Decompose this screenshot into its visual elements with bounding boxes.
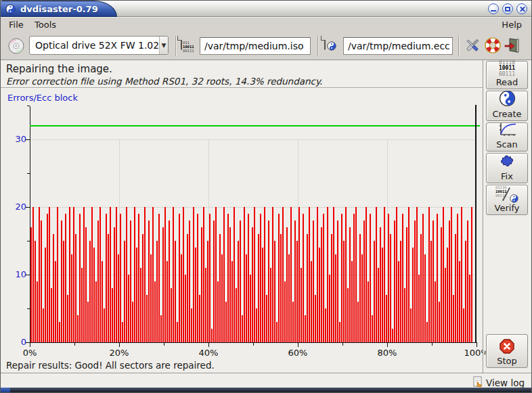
- error-bar: [136, 248, 137, 342]
- y-tick-label: 30: [6, 134, 26, 144]
- drive-selector-value: Optical drive 52X FW 1.02: [30, 37, 159, 54]
- error-bar: [122, 322, 123, 342]
- minimize-icon: [491, 10, 496, 11]
- minimize-button[interactable]: [488, 3, 499, 14]
- error-bar: [402, 214, 403, 342]
- maximize-button[interactable]: [502, 3, 513, 14]
- error-bar: [335, 254, 336, 342]
- y-minor-tick: [27, 308, 30, 309]
- preferences-icon[interactable]: [464, 37, 481, 57]
- error-bar: [355, 207, 357, 342]
- ecc-file-input[interactable]: /var/tmp/medium.ecc: [343, 37, 453, 55]
- error-bar: [400, 241, 401, 342]
- error-bar: [412, 248, 414, 342]
- error-bar: [305, 315, 306, 342]
- error-bar: [396, 207, 397, 342]
- x-tick-label: 20%: [110, 348, 129, 358]
- drive-selector[interactable]: Optical drive 52X FW 1.02 ▼: [29, 36, 169, 55]
- resize-grip[interactable]: [1, 388, 10, 392]
- error-bar: [91, 207, 93, 342]
- error-bar: [333, 207, 334, 342]
- error-bar: [353, 214, 355, 342]
- error-bar: [345, 207, 347, 342]
- error-bar: [408, 207, 409, 342]
- threshold-line: [30, 125, 480, 126]
- error-bar: [288, 254, 290, 342]
- menu-bar: File Tools Help: [1, 18, 531, 32]
- error-bar: [280, 234, 282, 342]
- title-bar[interactable]: dvdisaster-0.79: [1, 1, 532, 17]
- error-bar: [53, 234, 54, 342]
- error-bar: [221, 254, 223, 342]
- error-bar: [347, 288, 349, 342]
- error-bar: [146, 295, 148, 342]
- x-major-tick: [30, 343, 30, 347]
- menu-file[interactable]: File: [3, 18, 29, 31]
- error-bar: [439, 302, 440, 342]
- toolbar-separator: [175, 36, 177, 56]
- error-bar: [160, 315, 162, 342]
- error-bar: [138, 214, 139, 342]
- error-bar: [124, 241, 125, 342]
- error-bar: [370, 214, 371, 342]
- application-window: dvdisaster-0.79 File Tools Help Optical …: [0, 0, 532, 393]
- error-bar: [433, 221, 434, 342]
- error-bar: [420, 234, 422, 342]
- x-tick-label: 0%: [23, 348, 37, 358]
- error-bar: [93, 248, 95, 342]
- error-bar: [126, 207, 127, 342]
- error-bar: [144, 207, 146, 342]
- stop-button[interactable]: Stop: [486, 334, 528, 368]
- error-bar: [57, 207, 58, 342]
- error-bar: [59, 322, 60, 342]
- error-bar: [449, 221, 450, 342]
- create-button[interactable]: Create: [486, 91, 528, 121]
- error-bar: [175, 241, 176, 342]
- error-bar: [260, 214, 261, 342]
- error-bar: [461, 207, 462, 342]
- verify-button[interactable]: 01110 10011 00111 Verify: [486, 185, 528, 215]
- error-bar: [87, 302, 89, 342]
- error-bar: [41, 221, 42, 342]
- error-bar: [116, 207, 117, 342]
- error-bar: [418, 275, 420, 342]
- error-bar: [272, 207, 273, 342]
- scan-button-label: Scan: [496, 139, 518, 149]
- fix-button[interactable]: Fix: [486, 153, 528, 183]
- error-bar: [457, 214, 458, 342]
- error-bar: [177, 322, 178, 342]
- errors-chart: Errors/Ecc block 01020300%20%40%60%80%10…: [1, 89, 483, 373]
- verify-button-label: Verify: [495, 203, 520, 213]
- error-bar: [185, 275, 186, 342]
- error-bar: [341, 214, 342, 342]
- error-bar: [213, 221, 215, 342]
- scan-button[interactable]: Scan: [486, 122, 528, 152]
- error-bar: [150, 254, 152, 342]
- error-bar: [349, 227, 351, 342]
- error-bar: [55, 261, 56, 342]
- error-bar: [250, 275, 251, 342]
- x-tick-label: 60%: [288, 348, 308, 358]
- read-button[interactable]: 01110 10011 00111 Read: [486, 61, 528, 89]
- error-bar: [244, 207, 245, 342]
- menu-tools[interactable]: Tools: [29, 18, 62, 31]
- error-bar: [357, 302, 359, 342]
- error-bar: [430, 241, 432, 342]
- error-bar: [32, 207, 34, 342]
- error-bar: [388, 214, 389, 342]
- error-bar: [106, 214, 107, 342]
- footer-separator: [1, 373, 532, 374]
- image-file-input[interactable]: /var/tmp/medium.iso: [200, 37, 311, 55]
- error-bar: [205, 268, 206, 342]
- close-button[interactable]: [516, 3, 527, 14]
- error-bar: [45, 248, 46, 342]
- error-bar: [51, 288, 52, 342]
- error-bar: [270, 268, 271, 342]
- quit-icon[interactable]: [503, 37, 520, 57]
- error-bar: [254, 207, 255, 342]
- help-lifebuoy-icon[interactable]: [484, 37, 502, 57]
- error-bar: [81, 268, 83, 342]
- error-bar: [323, 214, 324, 342]
- y-minor-tick: [27, 241, 30, 241]
- menu-help[interactable]: Help: [496, 18, 527, 31]
